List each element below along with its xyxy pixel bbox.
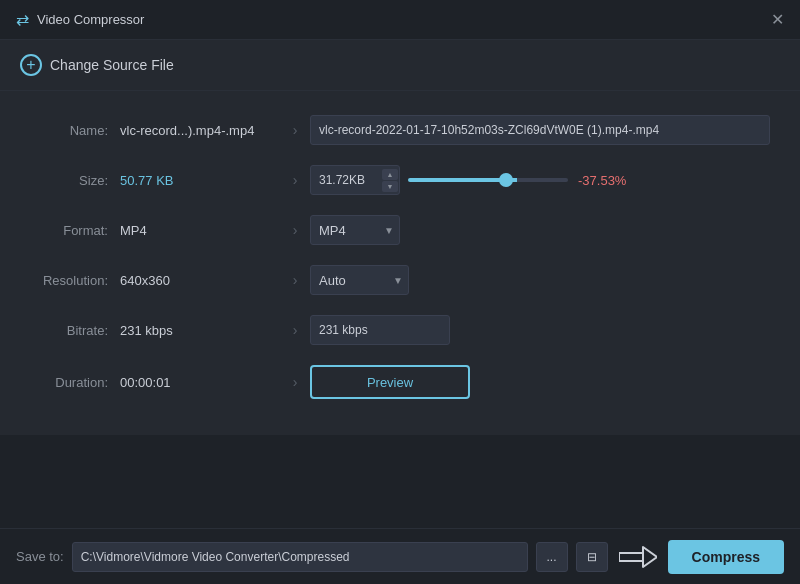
bitrate-original: 231 kbps <box>120 323 280 338</box>
compress-button[interactable]: Compress <box>668 540 784 574</box>
change-source-bar[interactable]: + Change Source File <box>0 40 800 91</box>
name-target <box>310 115 770 145</box>
dots-button[interactable]: ... <box>536 542 568 572</box>
size-arrow-icon: › <box>280 172 310 188</box>
close-button[interactable]: ✕ <box>771 12 784 28</box>
format-original: MP4 <box>120 223 280 238</box>
titlebar: ⇄ Video Compressor ✕ <box>0 0 800 40</box>
svg-marker-1 <box>643 547 657 567</box>
bitrate-label: Bitrate: <box>30 323 120 338</box>
name-arrow-icon: › <box>280 122 310 138</box>
resolution-select-wrap: Auto 640x360 1280x720 1920x1080 ▼ <box>310 265 409 295</box>
titlebar-left: ⇄ Video Compressor <box>16 10 144 29</box>
size-row: Size: 50.77 KB › ▲ ▼ -37.53% <box>30 165 770 195</box>
save-to-label: Save to: <box>16 549 64 564</box>
resolution-original: 640x360 <box>120 273 280 288</box>
resolution-label: Resolution: <box>30 273 120 288</box>
slider-wrap: -37.53% <box>408 173 770 188</box>
app-title: Video Compressor <box>37 12 144 27</box>
size-input-wrap: ▲ ▼ <box>310 165 400 195</box>
format-row: Format: MP4 › MP4 AVI MKV MOV WMV ▼ <box>30 215 770 245</box>
name-row: Name: vlc-record...).mp4-.mp4 › <box>30 115 770 145</box>
name-original: vlc-record...).mp4-.mp4 <box>120 123 280 138</box>
duration-target: Preview <box>310 365 770 399</box>
save-path-input[interactable] <box>72 542 528 572</box>
preview-button[interactable]: Preview <box>310 365 470 399</box>
resolution-target: Auto 640x360 1280x720 1920x1080 ▼ <box>310 265 770 295</box>
format-select-wrap: MP4 AVI MKV MOV WMV ▼ <box>310 215 400 245</box>
resolution-arrow-icon: › <box>280 272 310 288</box>
resolution-row: Resolution: 640x360 › Auto 640x360 1280x… <box>30 265 770 295</box>
format-select[interactable]: MP4 AVI MKV MOV WMV <box>310 215 400 245</box>
compress-arrow-icon <box>616 540 660 574</box>
bitrate-target <box>310 315 770 345</box>
size-target: ▲ ▼ -37.53% <box>310 165 770 195</box>
bitrate-row: Bitrate: 231 kbps › <box>30 315 770 345</box>
bottom-bar: Save to: ... ⊟ Compress <box>0 528 800 584</box>
folder-button[interactable]: ⊟ <box>576 542 608 572</box>
size-up-button[interactable]: ▲ <box>382 169 398 180</box>
format-label: Format: <box>30 223 120 238</box>
duration-row: Duration: 00:00:01 › Preview <box>30 365 770 399</box>
slider-percent: -37.53% <box>578 173 633 188</box>
bitrate-arrow-icon: › <box>280 322 310 338</box>
size-original: 50.77 KB <box>120 173 280 188</box>
svg-rect-0 <box>619 553 643 561</box>
bitrate-target-input[interactable] <box>310 315 450 345</box>
duration-arrow-icon: › <box>280 374 310 390</box>
size-down-button[interactable]: ▼ <box>382 181 398 192</box>
change-source-label: Change Source File <box>50 57 174 73</box>
name-label: Name: <box>30 123 120 138</box>
format-target: MP4 AVI MKV MOV WMV ▼ <box>310 215 770 245</box>
format-arrow-icon: › <box>280 222 310 238</box>
resolution-select[interactable]: Auto 640x360 1280x720 1920x1080 <box>310 265 409 295</box>
duration-label: Duration: <box>30 375 120 390</box>
add-file-icon: + <box>20 54 42 76</box>
app-icon: ⇄ <box>16 10 29 29</box>
size-spinners: ▲ ▼ <box>382 169 398 192</box>
main-content: Name: vlc-record...).mp4-.mp4 › Size: 50… <box>0 91 800 435</box>
name-target-input[interactable] <box>310 115 770 145</box>
size-label: Size: <box>30 173 120 188</box>
duration-original: 00:00:01 <box>120 375 280 390</box>
size-slider[interactable] <box>408 178 568 182</box>
